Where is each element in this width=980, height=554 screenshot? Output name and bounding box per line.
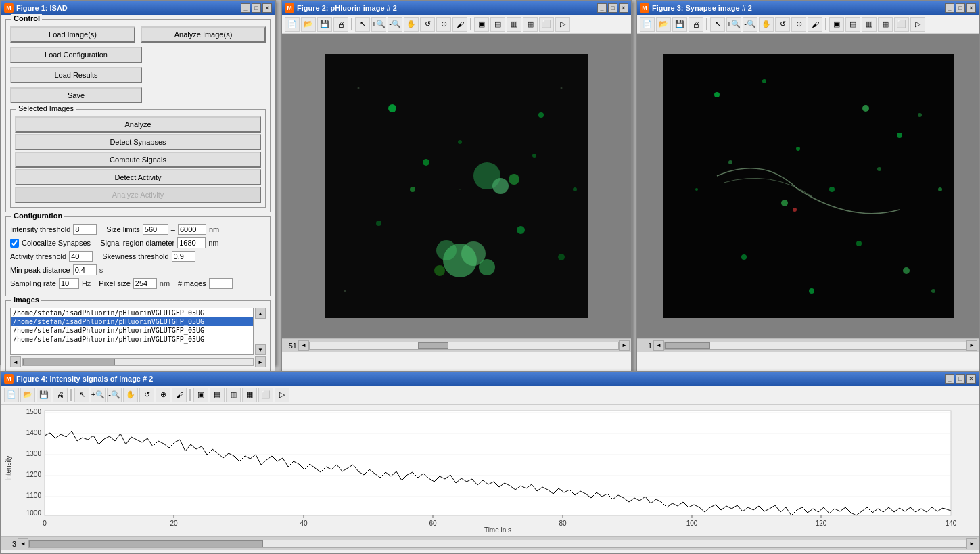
fig3-scroll-left[interactable]: ◄ xyxy=(653,340,664,351)
fig3-export-btn[interactable]: ▣ xyxy=(829,17,844,32)
compute-signals-button[interactable]: Compute Signals xyxy=(15,152,261,168)
signal-region-input[interactable] xyxy=(177,237,206,248)
fig2-brush-btn[interactable]: 🖌 xyxy=(452,17,467,32)
fig3-minimize[interactable]: _ xyxy=(945,3,954,13)
fig3-new-btn[interactable]: 📄 xyxy=(640,17,655,32)
fig2-scroll-right[interactable]: ► xyxy=(619,340,630,351)
load-results-button[interactable]: Load Results xyxy=(10,67,142,83)
analyze-button[interactable]: Analyze xyxy=(15,116,261,133)
fig2-close[interactable]: × xyxy=(619,3,628,13)
fig3-print-btn[interactable]: 🖨 xyxy=(689,17,703,32)
fig4-more-btn[interactable]: ▷ xyxy=(275,388,289,402)
sampling-rate-input[interactable] xyxy=(59,278,79,289)
fig4-print-btn[interactable]: 🖨 xyxy=(53,388,68,402)
num-images-input[interactable] xyxy=(209,278,233,289)
fig2-cursor-btn[interactable]: ⊕ xyxy=(436,17,451,32)
list-item[interactable]: /home/stefan/isadPhluorin/pHluorinVGLUTG… xyxy=(11,317,253,326)
fig4-export-btn[interactable]: ▣ xyxy=(193,388,208,402)
fig4-open-btn[interactable]: 📂 xyxy=(20,388,35,402)
fig2-view3-btn[interactable]: ▦ xyxy=(523,17,538,32)
fig3-pan-btn[interactable]: ✋ xyxy=(759,17,774,32)
fig3-save-btn[interactable]: 💾 xyxy=(672,17,687,32)
list-scroll-left[interactable]: ◄ xyxy=(10,356,21,367)
fig1-minimize[interactable]: _ xyxy=(241,3,250,13)
min-peak-input[interactable] xyxy=(73,264,97,275)
fig4-new-btn[interactable]: 📄 xyxy=(4,388,19,402)
colocalize-checkbox[interactable] xyxy=(10,239,19,248)
fig4-scroll-left[interactable]: ◄ xyxy=(18,538,28,549)
fig2-minimize[interactable]: _ xyxy=(597,3,607,13)
fig4-minimize[interactable]: _ xyxy=(945,374,954,384)
fig4-maximize[interactable]: □ xyxy=(956,374,965,384)
fig3-more-btn[interactable]: ▷ xyxy=(910,17,925,32)
fig2-zoomin-btn[interactable]: +🔍 xyxy=(371,17,386,32)
fig4-scroll-right[interactable]: ► xyxy=(966,538,977,549)
list-scroll-down[interactable]: ▼ xyxy=(255,344,266,355)
detect-activity-button[interactable]: Detect Activity xyxy=(15,169,261,185)
analyze-images-button[interactable]: Analyze Image(s) xyxy=(141,26,266,43)
fig2-more-btn[interactable]: ▷ xyxy=(555,17,570,32)
fig3-open-btn[interactable]: 📂 xyxy=(656,17,671,32)
fig3-zoomin-btn[interactable]: +🔍 xyxy=(726,17,741,32)
detect-synapses-button[interactable]: Detect Synapses xyxy=(15,134,261,150)
fig3-arrow-btn[interactable]: ↖ xyxy=(710,17,725,32)
fig1-maximize[interactable]: □ xyxy=(252,3,261,13)
fig2-rotate-btn[interactable]: ↺ xyxy=(420,17,435,32)
fig4-close[interactable]: × xyxy=(966,374,976,384)
fig4-pan-btn[interactable]: ✋ xyxy=(123,388,138,402)
fig2-scroll-left[interactable]: ◄ xyxy=(298,340,309,351)
fig4-rotate-btn[interactable]: ↺ xyxy=(139,388,154,402)
fig2-print-btn[interactable]: 🖨 xyxy=(333,17,348,32)
fig3-rotate-btn[interactable]: ↺ xyxy=(775,17,790,32)
fig3-cursor-btn[interactable]: ⊕ xyxy=(791,17,806,32)
fig3-view2-btn[interactable]: ▥ xyxy=(862,17,877,32)
fig3-scroll-right[interactable]: ► xyxy=(966,340,977,351)
list-item[interactable]: /home/stefan/isadPhluorin/pHluorinVGLUTG… xyxy=(11,335,253,344)
fig4-scroll-track[interactable] xyxy=(28,540,966,548)
load-configuration-button[interactable]: Load Configuration xyxy=(10,47,142,63)
fig2-view2-btn[interactable]: ▥ xyxy=(507,17,521,32)
list-item[interactable]: /home/stefan/isadPhluorin/pHluorinVGLUTG… xyxy=(11,326,253,335)
fig4-cursor-btn[interactable]: ⊕ xyxy=(156,388,170,402)
images-list[interactable]: /home/stefan/isadPhluorin/pHluorinVGLUTG… xyxy=(10,308,254,355)
fig2-scroll-track[interactable] xyxy=(309,342,619,350)
fig4-zoomout-btn[interactable]: -🔍 xyxy=(107,388,122,402)
fig2-save-btn[interactable]: 💾 xyxy=(317,17,332,32)
fig2-view1-btn[interactable]: ▤ xyxy=(490,17,505,32)
size-limits-max-input[interactable] xyxy=(178,224,206,235)
fig4-save-btn[interactable]: 💾 xyxy=(37,388,51,402)
fig3-link-btn[interactable]: ⬜ xyxy=(894,17,909,32)
fig2-arrow-btn[interactable]: ↖ xyxy=(355,17,370,32)
fig3-scroll-track[interactable] xyxy=(664,342,966,350)
fig3-zoomout-btn[interactable]: -🔍 xyxy=(743,17,757,32)
fig4-view2-btn[interactable]: ▥ xyxy=(226,388,241,402)
fig4-link-btn[interactable]: ⬜ xyxy=(258,388,273,402)
fig4-view3-btn[interactable]: ▦ xyxy=(242,388,257,402)
fig2-new-btn[interactable]: 📄 xyxy=(285,17,300,32)
intensity-threshold-input[interactable] xyxy=(73,224,97,235)
fig2-open-btn[interactable]: 📂 xyxy=(301,17,316,32)
fig2-link-btn[interactable]: ⬜ xyxy=(539,17,554,32)
fig3-brush-btn[interactable]: 🖌 xyxy=(808,17,822,32)
fig2-zoomout-btn[interactable]: -🔍 xyxy=(388,17,402,32)
pixel-size-input[interactable] xyxy=(133,278,157,289)
fig3-close[interactable]: × xyxy=(966,3,976,13)
fig2-maximize[interactable]: □ xyxy=(608,3,617,13)
fig4-zoomin-btn[interactable]: +🔍 xyxy=(91,388,106,402)
fig4-arrow-btn[interactable]: ↖ xyxy=(74,388,89,402)
fig3-maximize[interactable]: □ xyxy=(956,3,965,13)
skewness-threshold-input[interactable] xyxy=(172,251,195,262)
list-item[interactable]: /home/stefan/isadPhluorin/pHluorinVGLUTG… xyxy=(11,308,253,317)
fig4-view1-btn[interactable]: ▤ xyxy=(210,388,225,402)
fig1-close[interactable]: × xyxy=(262,3,272,13)
list-scroll-right[interactable]: ► xyxy=(255,356,266,367)
fig3-view3-btn[interactable]: ▦ xyxy=(878,17,893,32)
fig2-pan-btn[interactable]: ✋ xyxy=(404,17,419,32)
activity-threshold-input[interactable] xyxy=(69,251,93,262)
save-button[interactable]: Save xyxy=(10,87,142,103)
fig4-brush-btn[interactable]: 🖌 xyxy=(172,388,187,402)
fig2-export-btn[interactable]: ▣ xyxy=(474,17,489,32)
size-limits-min-input[interactable] xyxy=(143,224,168,235)
list-scroll-up[interactable]: ▲ xyxy=(255,308,266,319)
fig3-view1-btn[interactable]: ▤ xyxy=(845,17,860,32)
